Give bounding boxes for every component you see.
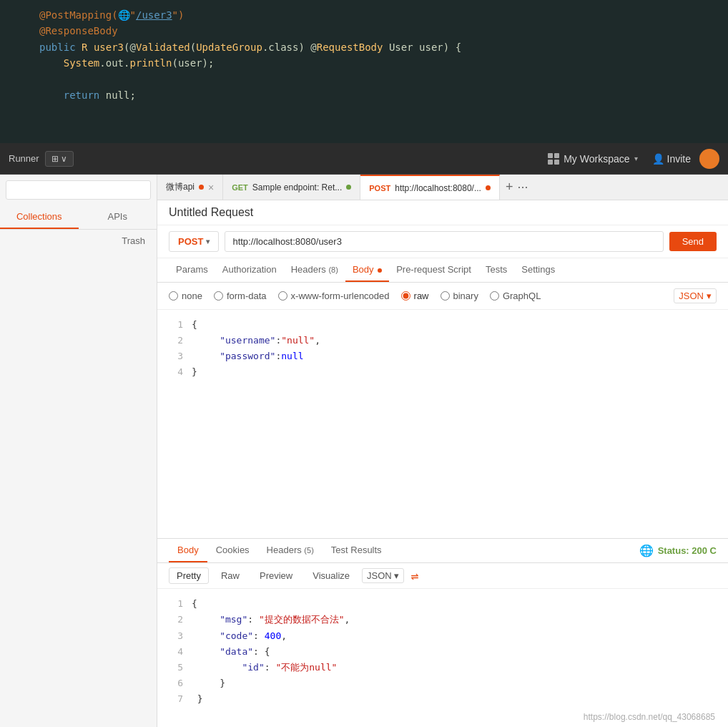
radio-form-data[interactable]: form-data [214,291,267,301]
send-button[interactable]: Send [669,232,717,251]
url-bar: POST ▾ Send [157,225,728,258]
code-content: @ResponseBody [39,23,118,39]
fmt-btn-pretty[interactable]: Pretty [169,567,209,584]
response-json-select[interactable]: JSON ▾ [362,568,404,583]
resp-line-5: 5 "id": "不能为null" [169,660,717,675]
radio-raw[interactable]: raw [401,291,429,301]
fmt-btn-preview[interactable]: Preview [252,567,300,584]
chevron-down-icon: ▾ [394,570,399,581]
more-tabs-button[interactable]: ··· [517,180,528,195]
tab-weibo[interactable]: 微博api × [157,175,223,200]
tabs-bar: 微博api × GET Sample endpoint: Ret... POST… [157,175,728,200]
invite-button[interactable]: 👤 Invite [652,153,691,165]
sidebar-tab-apis[interactable]: APIs [79,205,157,229]
tab-dot [199,185,204,190]
resp-line-3: 3 "code": 400, [169,628,717,644]
wrap-button[interactable]: ⇌ [411,568,419,583]
tab-dot [486,185,491,190]
chevron-down-icon: ▾ [707,291,712,301]
tab-method-get: GET [232,183,248,192]
code-content: return null; [39,87,136,103]
add-tab-button[interactable]: + [506,180,513,195]
workspace-selector[interactable]: My Workspace ▾ [548,153,637,165]
tab-post-user3[interactable]: POST http://localhost:8080/... [360,175,500,200]
sidebar-search-input[interactable] [6,180,151,200]
req-tab-settings[interactable]: Settings [514,258,562,282]
code-editor: @PostMapping(🌐"/user3") @ResponseBody pu… [0,0,728,143]
code-line-3: public R user3(@Validated(UpdateGroup.cl… [14,39,714,55]
response-area: Body Cookies Headers (5) Test Results 🌐 … [157,538,728,714]
chevron-down-icon: ▾ [634,155,638,162]
tab-get-sample[interactable]: GET Sample endpoint: Ret... [223,175,360,200]
tab-label: Sample endpoint: Ret... [252,182,342,192]
resp-tab-test-results[interactable]: Test Results [323,539,390,562]
body-line-1: 1{ [169,317,717,333]
response-body: 1{ 2 "msg": "提交的数据不合法", 3 "code": 400, 4… [157,589,728,714]
body-line-2: 2 "username":"null", [169,333,717,348]
response-status: 🌐 Status: 200 C [639,544,717,557]
request-tabs: Params Authorization Headers (8) Body Pr… [157,258,728,283]
req-tab-params[interactable]: Params [169,258,215,282]
body-options: none form-data x-www-form-urlencoded raw… [157,283,728,310]
req-tab-authorization[interactable]: Authorization [215,258,284,282]
code-content: public R user3(@Validated(UpdateGroup.cl… [39,39,461,55]
invite-label: Invite [667,153,691,165]
request-body-editor[interactable]: 1{ 2 "username":"null", 3 "password":nul… [157,310,728,538]
radio-graphql[interactable]: GraphQL [490,291,541,301]
chevron-down-icon: ▾ [206,238,210,245]
req-tab-tests[interactable]: Tests [478,258,514,282]
resp-line-1: 1{ [169,596,717,612]
workspace-label: My Workspace [564,153,629,165]
fmt-btn-visualize[interactable]: Visualize [305,567,358,584]
code-content: System.out.println(user); [39,55,214,71]
tab-method-post: POST [369,184,390,192]
resp-tab-headers[interactable]: Headers (5) [258,539,323,562]
code-content [39,72,45,87]
workspace-grid-icon [548,153,559,165]
code-line-2: @ResponseBody [14,23,714,39]
globe-icon: 🌐 [639,544,654,557]
fmt-btn-raw[interactable]: Raw [213,567,247,584]
sidebar-tab-collections[interactable]: Collections [0,205,79,229]
sidebar-trash[interactable]: Trash [0,230,157,252]
sidebar-search-area [0,175,157,205]
new-tab-button[interactable]: ⊞ ∨ [45,151,74,167]
radio-none[interactable]: none [169,291,202,301]
resp-line-2: 2 "msg": "提交的数据不合法", [169,612,717,628]
url-input[interactable] [225,231,663,252]
json-label: JSON [679,291,704,301]
tabs-actions: + ··· [500,180,534,195]
code-line-4: System.out.println(user); [14,55,714,71]
response-tabs-bar: Body Cookies Headers (5) Test Results 🌐 … [157,539,728,563]
resp-line-6: 6 } [169,675,717,691]
resp-tab-body[interactable]: Body [169,539,207,562]
req-tab-pre-request[interactable]: Pre-request Script [389,258,478,282]
json-format-select[interactable]: JSON ▾ [674,288,717,303]
radio-binary[interactable]: binary [441,291,478,301]
sidebar-tabs: Collections APIs [0,205,157,230]
method-label: POST [178,236,203,247]
body-line-4: 4} [169,364,717,380]
radio-urlencoded[interactable]: x-www-form-urlencoded [278,291,390,301]
method-select[interactable]: POST ▾ [169,231,219,252]
status-badge: Status: 200 C [658,545,717,556]
code-line-6: return null; [14,87,714,103]
request-area: 微博api × GET Sample endpoint: Ret... POST… [157,175,728,727]
user-avatar[interactable] [699,149,719,169]
req-tab-body[interactable]: Body [345,258,389,282]
json-label: JSON [367,570,392,581]
runner-label[interactable]: Runner [9,153,39,164]
response-format-bar: Pretty Raw Preview Visualize JSON ▾ ⇌ [157,563,728,589]
code-line-1: @PostMapping(🌐"/user3") [14,7,714,23]
close-icon[interactable]: × [208,182,214,193]
tab-label: 微博api [166,181,195,193]
resp-tab-cookies[interactable]: Cookies [207,539,258,562]
body-line-3: 3 "password":null [169,348,717,364]
tab-dot [346,185,351,190]
tab-label: http://localhost:8080/... [395,183,481,193]
postman-main: Collections APIs Trash 微博api × GET Sampl… [0,175,728,727]
req-tab-headers[interactable]: Headers (8) [284,258,345,282]
watermark: https://blog.csdn.net/qq_43068685 [157,711,721,723]
resp-line-7: 7 } [169,691,717,707]
resp-line-4: 4 "data": { [169,644,717,660]
